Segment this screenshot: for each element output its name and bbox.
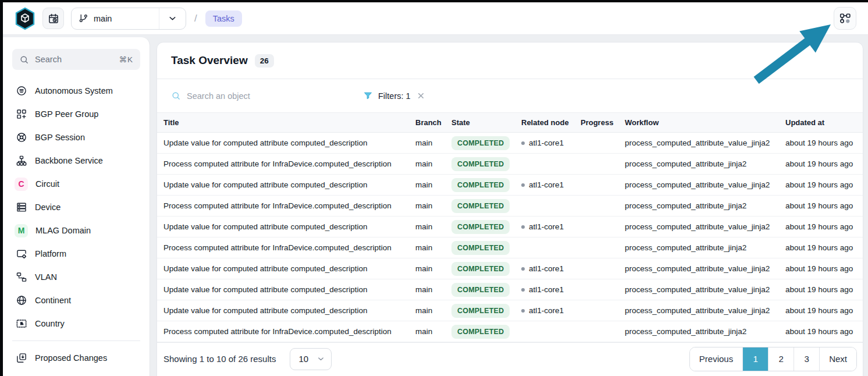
sidebar-item-object-management[interactable]: Object Management <box>11 370 141 376</box>
state-badge: COMPLETED <box>451 178 510 192</box>
sidebar-item-vlan[interactable]: VLAN <box>11 265 141 289</box>
date-time-picker-button[interactable] <box>42 8 64 29</box>
table-header: TitleBranchStateRelated nodeProgressWork… <box>157 113 863 133</box>
related-node-label: atl1-core1 <box>529 139 564 147</box>
schema-visualizer-button[interactable] <box>834 7 856 30</box>
column-header-progress: Progress <box>576 113 620 133</box>
table-row[interactable]: Update value for computed attribute comp… <box>157 133 863 154</box>
cell-state: COMPLETED <box>447 217 517 237</box>
cell-state: COMPLETED <box>447 154 517 175</box>
cell-workflow: process_computed_attribute_jinja2 <box>620 321 781 342</box>
sidebar-item-mlag-domain[interactable]: MMLAG Domain <box>11 219 141 242</box>
object-search-input[interactable] <box>187 91 286 101</box>
sidebar-item-label: Continent <box>35 296 71 305</box>
table-row[interactable]: Update value for computed attribute comp… <box>157 300 863 321</box>
cell-progress <box>576 133 620 154</box>
panel-header: Task Overview 26 <box>157 42 863 79</box>
cell-title: Update value for computed attribute comp… <box>157 217 411 237</box>
bgp-session-icon <box>16 132 27 143</box>
state-badge: COMPLETED <box>451 283 510 297</box>
task-count-badge: 26 <box>255 54 274 68</box>
next-page-button[interactable]: Next <box>820 347 856 371</box>
breadcrumb-separator: / <box>193 13 198 24</box>
sidebar-item-bgp-session[interactable]: BGP Session <box>11 126 141 149</box>
cell-updated-at: about 19 hours ago <box>781 237 863 258</box>
circuit-letter-badge-icon: C <box>15 178 28 191</box>
sidebar-divider <box>12 340 140 341</box>
cell-branch: main <box>411 175 447 196</box>
cell-updated-at: about 19 hours ago <box>781 196 863 217</box>
related-node-label: atl1-core1 <box>529 222 564 231</box>
search-shortcut: ⌘K <box>119 55 133 64</box>
cell-updated-at: about 19 hours ago <box>781 321 863 342</box>
sidebar-item-circuit[interactable]: CCircuit <box>11 172 141 196</box>
sidebar-search[interactable]: Search ⌘K <box>12 49 140 70</box>
sidebar-item-device[interactable]: Device <box>11 196 141 219</box>
cell-state: COMPLETED <box>447 321 517 342</box>
sidebar-item-label: Circuit <box>35 179 59 189</box>
cell-progress <box>576 279 620 300</box>
sidebar-item-autonomous-system[interactable]: Autonomous System <box>11 79 141 102</box>
sidebar-item-label: Device <box>35 203 61 212</box>
cell-related-node <box>517 196 576 217</box>
sidebar-item-proposed-changes[interactable]: Proposed Changes <box>11 346 141 370</box>
sidebar-item-country[interactable]: Country <box>11 312 141 335</box>
backbone-service-icon <box>16 155 27 166</box>
page-button-3[interactable]: 3 <box>794 347 820 371</box>
cell-branch: main <box>411 300 447 321</box>
cell-branch: main <box>411 237 447 258</box>
table-row[interactable]: Update value for computed attribute comp… <box>157 258 863 279</box>
branch-selector-value: main <box>72 13 159 23</box>
cell-title: Process computed attribute for InfraDevi… <box>157 237 411 258</box>
previous-page-button[interactable]: Previous <box>690 347 743 371</box>
cell-title: Update value for computed attribute comp… <box>157 175 411 196</box>
git-branch-icon <box>79 13 88 23</box>
country-icon <box>16 318 27 329</box>
app-window: main / Tasks <box>0 0 868 376</box>
table-row[interactable]: Update value for computed attribute comp… <box>157 279 863 300</box>
sidebar-item-backbone-service[interactable]: Backbone Service <box>11 149 141 172</box>
table-row[interactable]: Update value for computed attribute comp… <box>157 217 863 237</box>
sidebar-item-continent[interactable]: Continent <box>11 289 141 312</box>
page-size-value: 10 <box>298 354 308 364</box>
mlag-domain-letter-badge-icon: M <box>15 224 28 237</box>
page-size-select[interactable]: 10 <box>290 348 332 370</box>
cell-related-node: atl1-core1 <box>517 279 576 300</box>
filters-chip[interactable]: Filters: 1 <box>363 91 411 101</box>
chevron-down-icon <box>316 354 325 363</box>
sidebar-item-label: Country <box>35 319 65 328</box>
cell-updated-at: about 19 hours ago <box>781 217 863 237</box>
cell-title: Update value for computed attribute comp… <box>157 300 411 321</box>
table-row[interactable]: Update value for computed attribute comp… <box>157 175 863 196</box>
table-row[interactable]: Process computed attribute for InfraDevi… <box>157 196 863 217</box>
cell-updated-at: about 19 hours ago <box>781 154 863 175</box>
cell-state: COMPLETED <box>447 133 517 154</box>
cell-workflow: process_computed_attribute_jinja2 <box>620 154 781 175</box>
cell-related-node <box>517 154 576 175</box>
tasks-table: TitleBranchStateRelated nodeProgressWork… <box>157 112 863 342</box>
branch-selector-caret[interactable] <box>159 8 186 29</box>
cell-title: Process computed attribute for InfraDevi… <box>157 321 411 342</box>
sidebar-item-platform[interactable]: Platform <box>11 242 141 265</box>
clear-filters-button[interactable] <box>417 91 425 100</box>
table-row[interactable]: Process computed attribute for InfraDevi… <box>157 237 863 258</box>
continent-icon <box>16 295 27 306</box>
table-row[interactable]: Process computed attribute for InfraDevi… <box>157 154 863 175</box>
table-row[interactable]: Process computed attribute for InfraDevi… <box>157 321 863 342</box>
app-logo[interactable] <box>15 7 35 30</box>
cell-related-node <box>517 321 576 342</box>
branch-selector[interactable]: main <box>71 8 186 30</box>
sidebar-item-label: Proposed Changes <box>35 353 107 363</box>
cell-workflow: process_computed_attribute_value_jinja2 <box>620 258 781 279</box>
page-button-2[interactable]: 2 <box>769 347 794 371</box>
breadcrumb-tasks[interactable]: Tasks <box>205 10 242 27</box>
sidebar-menu: Autonomous SystemBGP Peer GroupBGP Sessi… <box>11 79 141 335</box>
sidebar-item-bgp-peer-group[interactable]: BGP Peer Group <box>11 102 141 126</box>
vlan-icon <box>16 271 27 283</box>
page-button-1[interactable]: 1 <box>743 347 769 371</box>
cell-branch: main <box>411 154 447 175</box>
sidebar-item-label: Backbone Service <box>35 156 103 165</box>
table-footer: Showing 1 to 10 of 26 results 10 Previou… <box>157 342 863 375</box>
chevron-down-icon <box>168 13 177 23</box>
cell-state: COMPLETED <box>447 196 517 217</box>
